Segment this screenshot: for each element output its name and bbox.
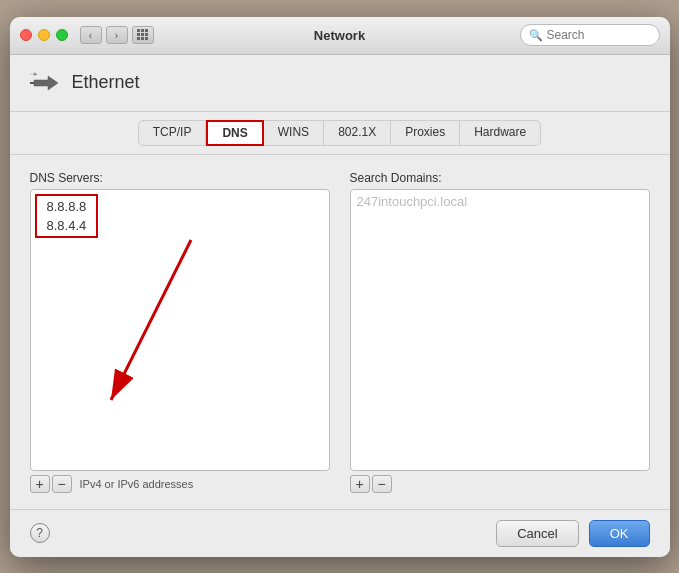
tab-8021x[interactable]: 802.1X — [324, 120, 391, 146]
dns-servers-remove-button[interactable]: − — [52, 475, 72, 493]
dns-entry-2[interactable]: 8.8.4.4 — [41, 216, 93, 235]
search-input[interactable] — [547, 28, 651, 42]
window-title: Network — [314, 28, 365, 43]
search-domains-list[interactable]: 247intouchpci.local — [350, 189, 650, 471]
search-domain-placeholder: 247intouchpci.local — [351, 190, 649, 213]
help-button[interactable]: ? — [30, 523, 50, 543]
tab-tcpip[interactable]: TCP/IP — [138, 120, 207, 146]
connection-name: Ethernet — [72, 72, 140, 93]
dns-servers-controls: + − IPv4 or IPv6 addresses — [30, 475, 330, 493]
tabs-bar: TCP/IP DNS WINS 802.1X Proxies Hardware — [10, 112, 670, 155]
search-icon: 🔍 — [529, 29, 543, 42]
search-domains-label: Search Domains: — [350, 171, 650, 185]
search-domains-remove-button[interactable]: − — [372, 475, 392, 493]
svg-marker-11 — [30, 72, 37, 75]
dns-columns: DNS Servers: 8.8.8.8 8.8.4.4 — [30, 171, 650, 493]
svg-line-13 — [111, 240, 191, 400]
nav-buttons: ‹ › — [80, 26, 128, 44]
svg-rect-0 — [137, 29, 140, 32]
tab-proxies[interactable]: Proxies — [391, 120, 460, 146]
cancel-button[interactable]: Cancel — [496, 520, 578, 547]
search-domains-add-button[interactable]: + — [350, 475, 370, 493]
grid-button[interactable] — [132, 26, 154, 44]
dns-servers-hint: IPv4 or IPv6 addresses — [80, 478, 194, 490]
forward-button[interactable]: › — [106, 26, 128, 44]
dns-servers-label: DNS Servers: — [30, 171, 330, 185]
tab-wins[interactable]: WINS — [264, 120, 324, 146]
maximize-button[interactable] — [56, 29, 68, 41]
svg-rect-1 — [141, 29, 144, 32]
svg-rect-8 — [145, 37, 148, 40]
ok-button[interactable]: OK — [589, 520, 650, 547]
dns-entry-1[interactable]: 8.8.8.8 — [41, 197, 93, 216]
title-bar: ‹ › Network 🔍 — [10, 17, 670, 55]
svg-marker-9 — [34, 76, 58, 90]
action-buttons: Cancel OK — [496, 520, 649, 547]
connection-header: Ethernet — [10, 55, 670, 112]
back-button[interactable]: ‹ — [80, 26, 102, 44]
svg-rect-6 — [137, 37, 140, 40]
svg-rect-5 — [145, 33, 148, 36]
network-window: ‹ › Network 🔍 — [10, 17, 670, 557]
dns-servers-add-button[interactable]: + — [30, 475, 50, 493]
window-body: Ethernet TCP/IP DNS WINS 802.1X Proxies … — [10, 55, 670, 557]
tab-hardware[interactable]: Hardware — [460, 120, 541, 146]
dns-panel: DNS Servers: 8.8.8.8 8.8.4.4 — [10, 155, 670, 509]
bottom-bar: ? Cancel OK — [10, 509, 670, 557]
dns-servers-list[interactable]: 8.8.8.8 8.8.4.4 — [30, 189, 330, 471]
traffic-lights — [20, 29, 68, 41]
minimize-button[interactable] — [38, 29, 50, 41]
dns-servers-column: DNS Servers: 8.8.8.8 8.8.4.4 — [30, 171, 330, 493]
tab-dns[interactable]: DNS — [206, 120, 263, 146]
svg-rect-7 — [141, 37, 144, 40]
main-content: Ethernet TCP/IP DNS WINS 802.1X Proxies … — [10, 55, 670, 557]
close-button[interactable] — [20, 29, 32, 41]
search-domains-column: Search Domains: 247intouchpci.local + − — [350, 171, 650, 493]
search-domains-controls: + − — [350, 475, 650, 493]
svg-rect-2 — [145, 29, 148, 32]
search-box[interactable]: 🔍 — [520, 24, 660, 46]
svg-rect-3 — [137, 33, 140, 36]
ethernet-icon — [30, 67, 62, 99]
svg-rect-4 — [141, 33, 144, 36]
